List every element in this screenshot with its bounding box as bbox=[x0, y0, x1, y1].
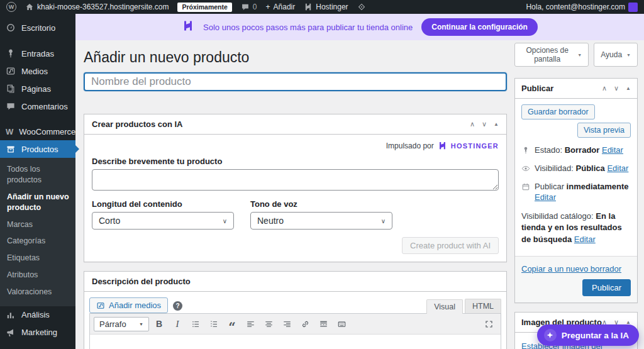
bar-chart-icon bbox=[6, 310, 16, 320]
submenu-add-product[interactable]: Añadir un nuevo producto bbox=[0, 189, 75, 216]
bullet-list-button[interactable] bbox=[187, 316, 204, 331]
length-label: Longitud del contenido bbox=[92, 199, 234, 209]
catalog-visibility-row: Visibilidad catálogo: En la tienda y en … bbox=[521, 211, 631, 247]
wordpress-menu[interactable]: W bbox=[6, 2, 16, 12]
numbered-list-button[interactable] bbox=[206, 316, 222, 331]
visibility-row: Visibilidad: Pública Editar bbox=[521, 163, 631, 174]
new-content-link[interactable]: + Añadir bbox=[266, 3, 296, 11]
edit-status-link[interactable]: Editar bbox=[602, 145, 623, 155]
save-draft-button[interactable]: Guardar borrador bbox=[521, 104, 595, 119]
tab-html[interactable]: HTML bbox=[465, 299, 501, 313]
submenu-all-products[interactable]: Todos los productos bbox=[0, 161, 75, 189]
publish-panel-header[interactable]: Publicar ∧ ∨ ▲ bbox=[515, 79, 637, 99]
submenu-reviews[interactable]: Valoraciones bbox=[0, 284, 75, 301]
toolbar-toggle-button[interactable] bbox=[333, 316, 350, 331]
site-link[interactable]: khaki-moose-363527.hostingersite.com bbox=[25, 3, 169, 11]
submenu-attributes[interactable]: Atributos bbox=[0, 267, 75, 284]
sidebar-item-dashboard[interactable]: Escritorio bbox=[0, 19, 75, 36]
pushpin-icon bbox=[6, 48, 16, 58]
move-up-icon[interactable]: ∧ bbox=[470, 121, 475, 128]
comments-count: 0 bbox=[253, 3, 257, 11]
wordpress-admin-page: W khaki-moose-363527.hostingersite.com P… bbox=[0, 0, 644, 349]
sidebar-item-analytics[interactable]: Análisis bbox=[0, 306, 75, 324]
move-down-icon[interactable]: ∨ bbox=[482, 121, 487, 128]
edit-visibility-link[interactable]: Editar bbox=[607, 163, 628, 173]
main-content: Añadir un nuevo producto Crear productos… bbox=[84, 40, 507, 349]
sidebar-item-products[interactable]: Productos bbox=[0, 140, 75, 158]
edit-catalog-visibility-link[interactable]: Editar bbox=[574, 235, 596, 244]
describe-label: Describe brevemente tu producto bbox=[92, 157, 499, 166]
gem-menu[interactable] bbox=[357, 3, 366, 11]
product-box-icon bbox=[6, 144, 16, 154]
edit-schedule-link[interactable]: Editar bbox=[535, 192, 556, 202]
align-right-button[interactable] bbox=[279, 316, 295, 331]
italic-button[interactable]: I bbox=[169, 316, 186, 331]
submenu-categories[interactable]: Categorías bbox=[0, 233, 75, 250]
description-panel-header[interactable]: Descripción del producto bbox=[84, 272, 506, 292]
wordpress-logo-icon: W bbox=[6, 2, 16, 12]
home-icon bbox=[25, 3, 34, 11]
right-sidebar: Opciones de pantalla ▼ Ayuda ▼ Publicar … bbox=[514, 40, 638, 349]
sidebar-item-media[interactable]: Medios bbox=[0, 62, 75, 80]
sidebar-item-posts[interactable]: Entradas bbox=[0, 45, 75, 62]
tone-of-voice-select[interactable]: Neutro ∨ bbox=[250, 212, 392, 230]
dropdown-arrow-icon: ▼ bbox=[577, 53, 582, 57]
sidebar-item-marketing[interactable]: Marketing bbox=[0, 324, 75, 341]
powered-by: Impulsado por HOSTINGER bbox=[92, 141, 499, 150]
bold-button[interactable]: B bbox=[151, 316, 167, 331]
paragraph-format-select[interactable]: Párrafo ▼ bbox=[94, 317, 149, 331]
publish-button[interactable]: Publicar bbox=[582, 279, 631, 296]
add-media-button[interactable]: Añadir medios bbox=[89, 297, 168, 313]
eye-icon bbox=[521, 164, 530, 173]
pin-icon bbox=[521, 146, 530, 155]
hostinger-logo-icon bbox=[182, 19, 194, 35]
chevron-down-icon: ∨ bbox=[381, 218, 386, 224]
editor-content-area[interactable] bbox=[90, 335, 501, 349]
visual-editor: Párrafo ▼ B I “ bbox=[89, 313, 501, 349]
create-product-ai-button[interactable]: Create product with AI bbox=[402, 237, 499, 254]
toggle-panel-icon[interactable]: ▲ bbox=[494, 122, 499, 127]
content-length-select[interactable]: Corto ∨ bbox=[92, 212, 234, 230]
continue-setup-button[interactable]: Continuar la configuración bbox=[421, 18, 538, 36]
submenu-brands[interactable]: Marcas bbox=[0, 216, 75, 233]
help-button[interactable]: Ayuda ▼ bbox=[594, 43, 638, 67]
ai-panel-header[interactable]: Crear productos con IA ∧ ∨ ▲ bbox=[84, 114, 506, 135]
page-title: Añadir un nuevo producto bbox=[84, 49, 507, 66]
sidebar-item-pages[interactable]: Páginas bbox=[0, 80, 75, 97]
products-submenu: Todos los productos Añadir un nuevo prod… bbox=[0, 158, 75, 306]
tab-visual[interactable]: Visual bbox=[426, 299, 463, 314]
align-center-button[interactable] bbox=[260, 316, 277, 331]
ai-product-panel: Crear productos con IA ∧ ∨ ▲ Impulsado p… bbox=[84, 114, 507, 262]
hostinger-menu-link[interactable]: Hostinger bbox=[304, 3, 348, 11]
sidebar-item-comments[interactable]: Comentarios bbox=[0, 97, 75, 115]
hostinger-logo-icon bbox=[438, 141, 447, 150]
blockquote-button[interactable]: “ bbox=[224, 316, 240, 331]
product-name-input[interactable] bbox=[84, 72, 507, 91]
align-left-button[interactable] bbox=[242, 316, 258, 331]
publish-on-value: inmediatamente bbox=[567, 182, 629, 191]
copy-to-new-draft-link[interactable]: Copiar a un nuevo borrador bbox=[521, 264, 621, 274]
ai-description-textarea[interactable] bbox=[92, 169, 499, 191]
toggle-panel-icon[interactable]: ▲ bbox=[626, 86, 631, 91]
new-content-label: Añadir bbox=[274, 3, 296, 11]
link-button[interactable] bbox=[297, 316, 313, 331]
hostinger-wordmark: HOSTINGER bbox=[451, 142, 499, 150]
submenu-tags[interactable]: Etiquetas bbox=[0, 250, 75, 267]
comments-link[interactable]: 0 bbox=[241, 3, 257, 11]
screen-options-button[interactable]: Opciones de pantalla ▼ bbox=[514, 43, 589, 67]
fullscreen-button[interactable] bbox=[480, 316, 497, 331]
move-up-icon[interactable]: ∧ bbox=[602, 85, 607, 92]
schedule-row: Publicar inmediatamente Editar bbox=[521, 182, 631, 203]
pages-icon bbox=[6, 84, 16, 94]
visibility-value: Pública bbox=[576, 163, 605, 173]
help-icon[interactable]: ? bbox=[173, 301, 182, 311]
preview-button[interactable]: Vista previa bbox=[577, 123, 631, 138]
ask-ai-floating-button[interactable]: Preguntar a la IA bbox=[537, 324, 639, 346]
hostinger-logo-icon bbox=[304, 3, 313, 11]
sidebar-item-woocommerce[interactable]: W WooCommerce bbox=[0, 123, 75, 140]
chevron-down-icon: ∨ bbox=[223, 218, 227, 224]
status-value: Borrador bbox=[565, 145, 600, 155]
move-down-icon[interactable]: ∨ bbox=[614, 85, 619, 92]
account-menu[interactable]: Hola, content@hostinger.com bbox=[526, 3, 638, 12]
read-more-tag-button[interactable] bbox=[315, 316, 331, 331]
